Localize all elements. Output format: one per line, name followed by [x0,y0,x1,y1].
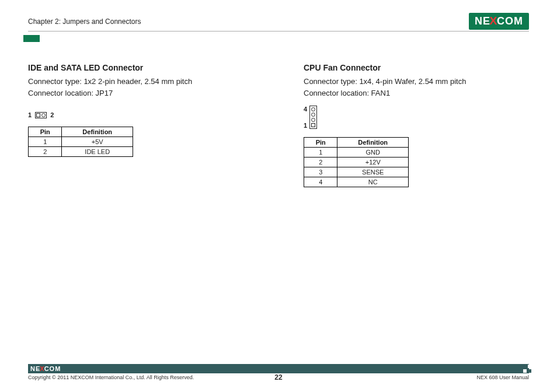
cell-pin: 2 [304,158,337,167]
pin-2-icon [311,118,315,122]
table-header-row: Pin Definition [29,127,133,137]
logo-text-x: X [489,15,497,27]
table-row: 2 +12V [304,158,409,167]
cell-pin: 4 [304,177,337,187]
cell-pin: 2 [29,147,62,157]
table-row: 1 +5V [29,137,133,147]
page-header: Chapter 2: Jumpers and Connectors NEXCOM [28,13,529,32]
connector-type-line: Connector type: 1x4, 4-pin Wafer, 2.54 m… [304,76,529,88]
connector-outline [309,106,317,129]
section-cpu-fan: CPU Fan Connector Connector type: 1x4, 4… [304,63,529,187]
nexcom-logo: NEXCOM [469,13,529,30]
cell-def: SENSE [337,167,409,177]
connector-type-line: Connector type: 1x2 2-pin header, 2.54 m… [28,76,253,88]
table-header-row: Pin Definition [304,138,409,148]
th-definition: Definition [337,138,409,148]
footer-crop-marks-icon [523,365,531,373]
pin-label-1: 1 [304,122,307,129]
logo-text-pre: NE [475,15,490,27]
connector-outline [35,112,47,118]
cell-def: NC [337,177,409,187]
section-title: IDE and SATA LED Connector [28,63,253,72]
pin-table-right: Pin Definition 1 GND 2 +12V 3 SE [304,137,409,187]
logo-text-pre: NE [30,365,40,372]
table-row: 3 SENSE [304,167,409,177]
cell-def: +12V [337,158,409,167]
pin-label-2: 2 [50,111,54,118]
cell-pin: 1 [304,148,337,158]
pin-1-icon [311,123,315,127]
pin-1-icon [36,113,40,117]
section-ide-sata-led: IDE and SATA LED Connector Connector typ… [28,63,253,187]
cell-def: +5V [62,137,133,147]
th-pin: Pin [304,138,337,148]
cell-pin: 3 [304,167,337,177]
logo-text-post: COM [497,15,523,27]
pin-3-icon [311,113,315,117]
header-accent-tab [23,35,40,42]
pin-4-icon [311,107,315,111]
cell-pin: 1 [29,137,62,147]
th-definition: Definition [62,127,133,137]
pin-label-1: 1 [28,111,32,118]
cell-def: IDE LED [62,147,133,157]
connector-diagram-1x4: 4 1 [304,106,529,129]
pin-2-icon [41,113,46,117]
footer-nexcom-logo: NEXCOM [30,364,61,373]
cell-def: GND [337,148,409,158]
section-title: CPU Fan Connector [304,63,529,72]
table-row: 2 IDE LED [29,147,133,157]
connector-diagram-1x2: 1 2 [28,111,253,118]
fan-pin-labels: 4 1 [304,106,307,129]
page-footer: NEXCOM Copyright © 2011 NEXCOM Internati… [28,364,529,380]
table-row: 1 GND [304,148,409,158]
logo-text-post: COM [44,365,61,372]
connector-location-line: Connector location: JP17 [28,88,253,99]
connector-location-line: Connector location: FAN1 [304,88,529,99]
pin-table-left: Pin Definition 1 +5V 2 IDE LED [28,127,133,157]
pin-label-4: 4 [304,106,307,113]
chapter-title: Chapter 2: Jumpers and Connectors [28,18,141,26]
footer-bar: NEXCOM [28,364,529,373]
th-pin: Pin [29,127,62,137]
page-number: 22 [28,373,529,382]
table-row: 4 NC [304,177,409,187]
